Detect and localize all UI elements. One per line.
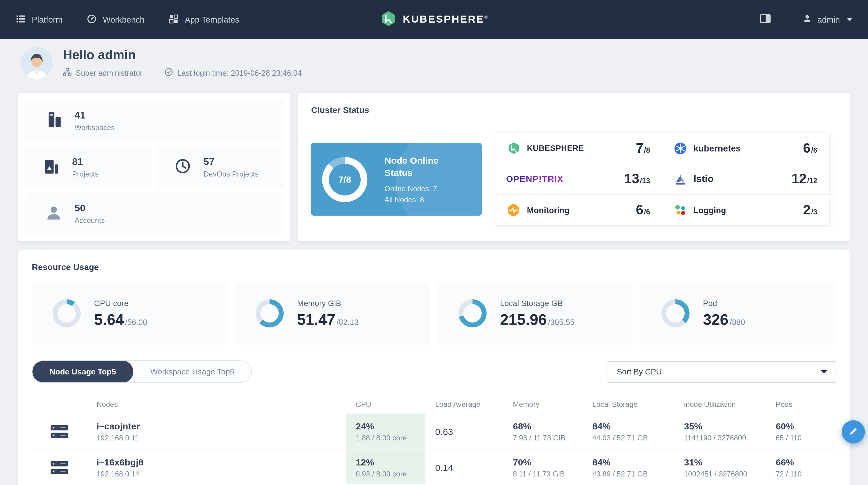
node-online-text: Node Online Status Online Nodes: 7 All N… <box>384 155 461 204</box>
gauges-row: CPU core 5.64/56.00 Memory GiB 51.47/82.… <box>32 282 836 345</box>
node-online-panel: 7/8 Node Online Status Online Nodes: 7 A… <box>311 143 482 216</box>
avatar[interactable] <box>21 47 53 79</box>
cluster-status-card: Cluster Status 7/8 Node Online Status On… <box>298 93 850 241</box>
projects-tile[interactable]: 81 Projects <box>25 146 152 188</box>
role-label: Super administrator <box>76 69 143 77</box>
nodes-table: Nodes CPU Load Average Memory Local Stor… <box>32 395 836 484</box>
node-name: i–caojnter <box>97 421 346 431</box>
cpu-cell: 24% 1.88 / 8.00 core <box>346 414 426 449</box>
resource-usage-title: Resource Usage <box>32 262 836 272</box>
header-pods: Pods <box>766 400 836 409</box>
logo-registered-mark: ® <box>484 14 488 20</box>
logo-text: KUBESPHERE <box>403 13 484 25</box>
load-average: 0.14 <box>426 462 503 473</box>
projects-count: 81 <box>72 156 99 167</box>
nav-item-label: App Templates <box>185 15 239 24</box>
role-meta: Super administrator <box>63 68 143 78</box>
stats-card: 41 Workspaces 81 Projects <box>18 93 290 241</box>
cpu-gauge-tile: CPU core 5.64/56.00 <box>32 282 227 345</box>
cpu-gauge-label: CPU core <box>94 298 147 308</box>
openpitrix-wordmark: OPENP!TRIX <box>506 174 563 184</box>
main-content: 41 Workspaces 81 Projects <box>0 93 868 485</box>
inode-detail: 1141190 / 3276800 <box>684 433 766 442</box>
header-inode-utilization: inode Utilization <box>674 400 766 409</box>
nav-item-app-templates[interactable]: App Templates <box>169 14 239 25</box>
accounts-icon <box>43 202 64 225</box>
memory-gauge-value: 51.47 <box>297 311 335 328</box>
accounts-tile[interactable]: 50 Accounts <box>25 192 284 234</box>
cpu-cell: 12% 0.93 / 8.00 core <box>346 450 426 484</box>
pencil-icon <box>848 425 859 438</box>
inode-percent: 35% <box>684 421 766 431</box>
workbench-icon <box>87 14 97 25</box>
tab-node-usage-top5[interactable]: Node Usage Top5 <box>32 360 133 383</box>
kubesphere-logo[interactable]: KUBESPHERE® <box>380 0 488 39</box>
component-value: 6 <box>636 202 643 218</box>
storage-gauge-value: 215.96 <box>500 311 547 328</box>
storage-percent: 84% <box>592 421 674 431</box>
load-average: 0.63 <box>426 426 503 437</box>
stat-text: 41 Workspaces <box>74 110 115 132</box>
node-ip: 192.168.0.11 <box>97 433 346 442</box>
devops-label: DevOps Projects <box>204 169 258 178</box>
role-icon <box>63 68 71 78</box>
storage-gauge <box>459 299 487 327</box>
accounts-count: 50 <box>74 202 105 214</box>
memory-percent: 70% <box>513 457 583 467</box>
chevron-down-icon <box>821 370 827 374</box>
table-row[interactable]: i–caojnter 192.168.0.11 24% 1.88 / 8.00 … <box>32 414 836 449</box>
component-value: 7 <box>636 140 643 156</box>
component-total: /13 <box>640 177 650 185</box>
cpu-gauge <box>53 299 81 327</box>
layout-toggle-icon[interactable] <box>760 14 771 25</box>
component-total: /6 <box>811 146 817 155</box>
components-panel: KUBESPHERE 7/8 kubernetes 6/6 OPENP!TRIX… <box>496 133 830 226</box>
component-total: /6 <box>644 208 650 216</box>
stat-text: 57 DevOps Projects <box>204 156 258 178</box>
devops-tile[interactable]: 57 DevOps Projects <box>156 146 284 188</box>
component-name: Monitoring <box>527 205 569 215</box>
edit-fab-button[interactable] <box>842 420 865 444</box>
header-load-average: Load Average <box>426 400 503 409</box>
pod-gauge-tile: Pod 326/880 <box>641 282 836 345</box>
component-istio: Istio 12/12 <box>663 164 830 195</box>
nav-item-workbench[interactable]: Workbench <box>87 14 145 25</box>
cpu-detail: 0.93 / 8.00 core <box>356 470 426 478</box>
pods-percent: 66% <box>776 457 836 467</box>
memory-gauge-label: Memory GiB <box>297 298 359 308</box>
check-circle-icon <box>164 68 173 78</box>
user-menu[interactable]: admin <box>803 14 852 25</box>
sort-select[interactable]: Sort By CPU <box>608 361 836 383</box>
hero: Hello admin Super administrator Last log… <box>0 39 868 79</box>
table-row[interactable]: i–16x6bgj8 192.168.0.14 12% 0.93 / 8.00 … <box>32 449 836 484</box>
gauge-text: Memory GiB 51.47/82.13 <box>297 298 359 328</box>
workspaces-tile[interactable]: 41 Workspaces <box>25 100 284 142</box>
node-ip: 192.168.0.14 <box>97 470 346 478</box>
nav-item-label: Platform <box>32 15 63 24</box>
storage-percent: 84% <box>592 457 674 467</box>
cluster-status-title: Cluster Status <box>311 105 836 115</box>
component-value: 13 <box>624 171 640 187</box>
cpu-detail: 1.88 / 8.00 core <box>356 433 426 442</box>
component-name: kubernetes <box>693 143 741 153</box>
component-kubesphere: KUBESPHERE 7/8 <box>496 133 663 164</box>
component-value: 2 <box>803 202 810 218</box>
memory-gauge-tile: Memory GiB 51.47/82.13 <box>235 282 430 345</box>
kubernetes-icon <box>673 141 687 156</box>
cpu-percent: 24% <box>356 421 426 431</box>
header-local-storage: Local Storage <box>583 400 674 409</box>
storage-detail: 43.89 / 52.71 GB <box>592 470 674 478</box>
usage-tabs: Node Usage Top5 Workspace Usage Top5 <box>32 360 252 383</box>
tab-workspace-usage-top5[interactable]: Workspace Usage Top5 <box>133 360 251 383</box>
pod-gauge-total: /880 <box>730 317 745 326</box>
projects-label: Projects <box>72 169 99 178</box>
kubesphere-logo-icon <box>380 10 397 29</box>
memory-detail: 7.93 / 11.73 GiB <box>513 433 583 442</box>
platform-icon <box>16 14 26 25</box>
workspaces-icon <box>43 109 64 132</box>
component-kubernetes: kubernetes 6/6 <box>663 133 830 164</box>
node-online-donut: 7/8 <box>322 157 367 202</box>
node-online-title: Node Online Status <box>384 155 461 179</box>
nav-item-platform[interactable]: Platform <box>16 14 63 25</box>
node-name: i–16x6bgj8 <box>97 457 346 467</box>
